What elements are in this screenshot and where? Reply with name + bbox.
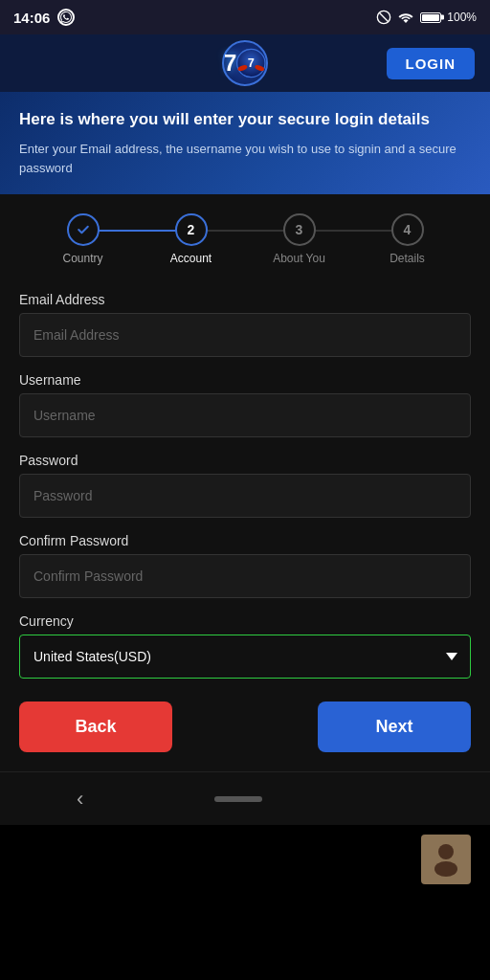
logo-icon: 7: [222, 40, 268, 86]
hero-description: Enter your Email address, the username y…: [19, 140, 471, 177]
step-about: 3 About You: [245, 213, 353, 265]
step-label-details: Details: [390, 252, 425, 265]
main-content: Country 2 Account 3 About You 4 Details …: [0, 194, 490, 771]
password-field-group: Password: [19, 453, 471, 518]
login-button[interactable]: LOGIN: [387, 48, 476, 79]
status-bar: 14:06 100%: [0, 0, 490, 34]
step-country: Country: [29, 213, 137, 265]
email-input[interactable]: [19, 313, 471, 357]
hero-title: Here is where you will enter your secure…: [19, 109, 471, 130]
svg-text:7: 7: [248, 56, 255, 70]
step-circle-2: 2: [175, 213, 208, 246]
currency-field-group: Currency United States(USD) Euro(EUR) Br…: [19, 613, 471, 679]
step-label-about: About You: [273, 252, 325, 265]
wifi-icon: [397, 11, 414, 24]
form-buttons: Back Next: [19, 702, 471, 752]
status-right: 100%: [376, 10, 477, 25]
username-label: Username: [19, 372, 471, 388]
step-account: 2 Account: [137, 213, 245, 265]
step-circle-4: 4: [391, 213, 424, 246]
block-icon: [376, 10, 391, 25]
svg-point-7: [434, 861, 457, 877]
svg-line-1: [380, 12, 389, 21]
time: 14:06: [13, 10, 50, 26]
top-navigation: 7 LOGIN: [0, 34, 490, 92]
back-button[interactable]: Back: [19, 702, 172, 752]
bottom-navigation-bar: ‹: [0, 771, 490, 825]
status-left: 14:06: [13, 9, 75, 26]
avatar-fab[interactable]: [421, 835, 471, 884]
confirm-password-input[interactable]: [19, 554, 471, 598]
email-label: Email Address: [19, 292, 471, 307]
password-input[interactable]: [19, 474, 471, 518]
whatsapp-icon: [57, 9, 75, 26]
next-button[interactable]: Next: [318, 702, 471, 752]
svg-point-6: [438, 844, 454, 859]
confirm-password-label: Confirm Password: [19, 533, 471, 548]
step-circle-1: [67, 213, 100, 246]
step-label-account: Account: [170, 252, 212, 265]
home-pill-indicator[interactable]: [214, 796, 262, 802]
email-field-group: Email Address: [19, 292, 471, 357]
currency-select[interactable]: United States(USD) Euro(EUR) British Pou…: [19, 635, 471, 679]
logo-container: 7: [168, 40, 322, 86]
progress-steps: Country 2 Account 3 About You 4 Details: [19, 213, 471, 265]
step-label-country: Country: [62, 252, 102, 265]
avatar-person-icon: [431, 842, 461, 877]
hero-banner: Here is where you will enter your secure…: [0, 92, 490, 194]
step-circle-3: 3: [283, 213, 316, 246]
back-arrow-icon[interactable]: ‹: [77, 787, 83, 812]
username-field-group: Username: [19, 372, 471, 437]
confirm-password-field-group: Confirm Password: [19, 533, 471, 598]
password-label: Password: [19, 453, 471, 468]
username-input[interactable]: [19, 393, 471, 437]
battery-indicator: 100%: [420, 11, 477, 24]
currency-label: Currency: [19, 613, 471, 629]
step-details: 4 Details: [353, 213, 461, 265]
currency-select-wrapper: United States(USD) Euro(EUR) British Pou…: [19, 635, 471, 679]
battery-percentage: 100%: [447, 11, 477, 24]
